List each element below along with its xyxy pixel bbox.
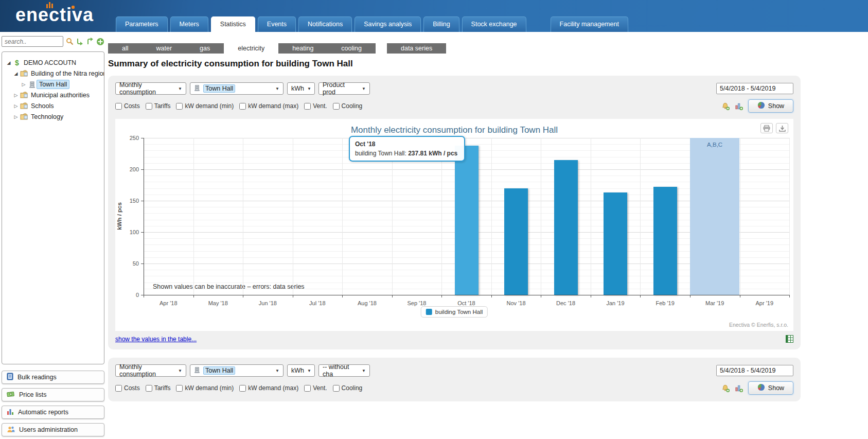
subtab-group-2: heating cooling [278,43,376,54]
subtab-cooling[interactable]: cooling [327,43,376,54]
x-axis-line [144,295,790,295]
tab-notifications[interactable]: Notifications [298,16,352,32]
vent-checkbox-2[interactable]: Vent. [304,384,327,392]
y-tick-mark [141,169,144,170]
x-tick-mark [690,295,690,297]
tariffs-checkbox-2[interactable]: Tariffs [146,384,171,392]
x-axis-label: Dec '18 [541,300,591,306]
plot-band-selection[interactable] [690,138,740,295]
subtab-heating[interactable]: heating [278,43,327,54]
automatic-reports-button[interactable]: Automatic reports [2,406,104,419]
subtab-water[interactable]: water [143,43,186,54]
plot-band-label: A,B,C [690,142,740,148]
chart-type-select-2[interactable]: -- without cha▼ [318,364,370,377]
bar-Dec '18[interactable] [554,160,578,295]
add-alert-icon[interactable] [721,384,730,393]
bar-Nov '18[interactable] [504,188,528,295]
chart-title: Monthly electricity consumption for buil… [115,125,793,135]
print-chart-icon[interactable] [760,123,773,133]
product-select[interactable]: Product prod▼ [318,82,370,95]
object-select[interactable]: Town Hall ▼ [190,82,284,95]
bar-Jan '19[interactable] [604,192,627,295]
tree-item-building-nitra[interactable]: ◢ Building of the Nitra region [4,68,102,79]
tree-item-town-hall[interactable]: ▷ Town Hall [4,79,102,90]
tariffs-checkbox[interactable]: Tariffs [146,102,171,110]
excel-export-icon[interactable] [786,335,793,343]
x-axis-label: Aug '18 [342,300,392,306]
bulk-readings-button[interactable]: Bulk readings [2,371,104,384]
cooling-checkbox[interactable]: Cooling [333,102,363,110]
tab-statistics[interactable]: Statistics [211,16,255,32]
subtab-data-series[interactable]: data series [387,43,446,54]
tab-billing[interactable]: Billing [423,16,459,32]
period-select-2[interactable]: Monthly consumption▼ [115,364,186,377]
chart-legend[interactable]: building Town Hall [421,306,488,318]
expander-open-icon[interactable]: ◢ [5,60,12,65]
tab-meters[interactable]: Meters [170,16,208,32]
price-lists-button[interactable]: Price lists [2,388,104,401]
date-range-input-2[interactable] [716,365,793,376]
unit-select-2[interactable]: kWh▼ [287,364,315,377]
expander-closed-icon[interactable]: ▷ [12,114,20,119]
y-axis-label: 250 [115,135,139,141]
subtab-all[interactable]: all [108,43,143,54]
unit-select[interactable]: kWh▼ [287,82,315,95]
period-select[interactable]: Monthly consumption▼ [115,82,186,95]
show-values-table-link[interactable]: show the values in the table... [115,336,197,343]
main-content: all water gas electricity heating coolin… [108,43,801,410]
add-chart-icon[interactable] [735,102,743,111]
add-node-icon[interactable] [96,37,104,46]
tree-item-schools[interactable]: ▷ Schools [4,100,102,111]
kw-demand-max-checkbox[interactable]: kW demand (max) [239,102,298,110]
tab-parameters[interactable]: Parameters [116,16,168,32]
add-alert-icon[interactable] [721,102,730,111]
tab-events[interactable]: Events [258,16,296,32]
show-button-2[interactable]: Show [748,381,793,395]
kw-demand-max-checkbox-2[interactable]: kW demand (max) [239,384,298,392]
panel2-right-tools: Show [721,381,793,395]
bar-Oct '18[interactable] [455,146,479,295]
tree-item-municipal-authorities[interactable]: ▷ Municipal authorities [4,90,102,100]
cooling-checkbox-2[interactable]: Cooling [333,384,363,392]
building-icon [27,81,37,88]
enectiva-logo[interactable]: enectiva [15,4,94,26]
second-query-panel: Monthly consumption▼ Town Hall ▼ kWh▼ --… [108,358,801,401]
chevron-down-icon: ▼ [178,368,182,373]
search-icon[interactable] [65,37,74,46]
costs-checkbox-2[interactable]: Costs [115,384,140,392]
costs-checkbox[interactable]: Costs [115,102,140,110]
subtab-gas[interactable]: gas [186,43,224,54]
search-input[interactable] [2,36,63,47]
download-chart-icon[interactable] [776,123,788,133]
tree-item-technology[interactable]: ▷ Technology [4,111,102,122]
collapse-all-icon[interactable] [86,37,94,46]
add-chart-icon[interactable] [735,384,743,393]
object-select-2[interactable]: Town Hall ▼ [190,364,284,377]
automatic-reports-icon [7,408,14,417]
kw-demand-min-checkbox[interactable]: kW demand (min) [176,102,234,110]
tab-facility-management[interactable]: Facility management [551,16,628,32]
show-button[interactable]: Show [748,99,793,113]
tab-stock-exchange[interactable]: Stock exchange [462,16,526,32]
kw-demand-min-checkbox-2[interactable]: kW demand (min) [176,384,234,392]
vent-checkbox[interactable]: Vent. [304,102,327,110]
pie-chart-icon [757,383,765,393]
gridline-vertical [740,138,740,295]
expand-all-icon[interactable] [76,37,84,46]
expander-closed-icon[interactable]: ▷ [12,103,20,109]
bar-Feb '19[interactable] [653,187,677,295]
tab-savings-analysis[interactable]: Savings analysis [355,16,421,32]
expander-closed-icon[interactable]: ▷ [20,82,27,87]
x-axis-label: Apr '18 [144,300,193,306]
logo-accent-bars-icon [46,2,53,8]
x-axis-label: Jun '18 [243,300,293,306]
users-administration-button[interactable]: Users administration [2,423,104,436]
x-tick-mark [392,295,393,297]
date-range-input[interactable] [716,83,793,94]
chart-tooltip: Oct '18 building Town Hall: 237.81 kWh /… [349,136,465,162]
gridline-vertical [640,138,641,295]
expander-open-icon[interactable]: ◢ [12,71,20,76]
expander-closed-icon[interactable]: ▷ [12,93,20,98]
subtab-electricity[interactable]: electricity [224,43,278,54]
tree-item-demo-account[interactable]: ◢ $ DEMO ACCOUTN [4,57,102,68]
